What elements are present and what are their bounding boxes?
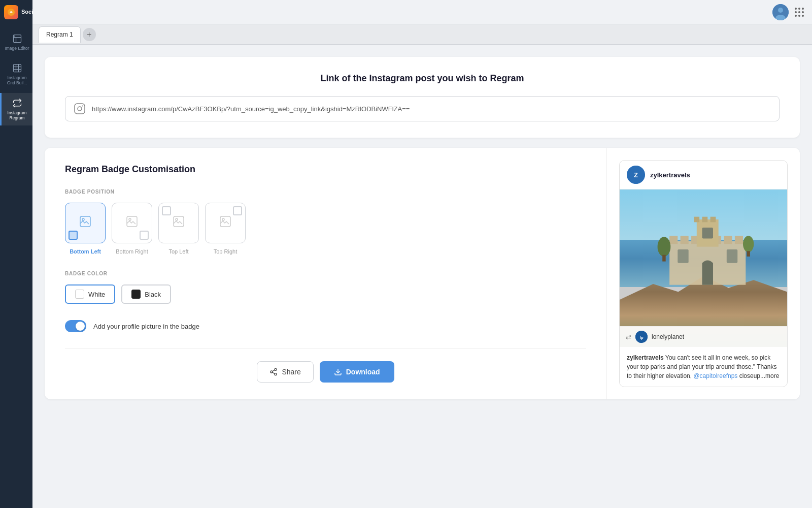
badge-indicator-tl — [162, 206, 171, 215]
svg-rect-43 — [702, 228, 713, 238]
svg-rect-31 — [669, 236, 678, 244]
sidebar-item-instagram-regram-label: Instagram Regram — [4, 110, 30, 120]
svg-line-26 — [273, 370, 275, 371]
svg-point-24 — [275, 373, 277, 375]
color-option-white[interactable]: White — [65, 284, 115, 304]
url-card: Link of the Instagram post you wish to R… — [45, 57, 800, 138]
grid-dot — [802, 11, 804, 13]
grid-dot — [795, 15, 797, 17]
svg-point-12 — [78, 107, 82, 111]
tab-add-button[interactable]: + — [83, 28, 96, 41]
black-swatch — [131, 290, 141, 299]
regram-source-name: lonelyplanet — [652, 333, 684, 340]
position-top-right[interactable]: Top Right — [205, 203, 246, 255]
badge-position-label: BADGE POSITION — [65, 189, 586, 195]
svg-point-23 — [270, 371, 273, 373]
ig-image-container: ⇄ lp lonelyplanet — [620, 189, 787, 347]
position-top-left-label: Top Left — [168, 248, 188, 255]
main-wrapper: Regram 1 + Link of the Instagram post yo… — [32, 0, 812, 508]
sidebar-item-image-editor[interactable]: Image Editor — [0, 28, 32, 56]
color-option-black[interactable]: Black — [121, 284, 171, 304]
retweet-icon: ⇄ — [626, 333, 631, 341]
image-placeholder-icon-3 — [173, 216, 184, 230]
position-box-bottom-left — [65, 203, 106, 243]
svg-point-13 — [82, 106, 83, 107]
download-button[interactable]: Download — [320, 361, 394, 383]
instagram-icon — [74, 103, 86, 115]
customisation-title: Regram Badge Customisation — [65, 164, 586, 175]
instagram-preview: Z zylkertravels — [619, 160, 788, 387]
caption-end: closeup...more — [737, 372, 779, 379]
color-white-label: White — [88, 291, 105, 298]
svg-point-19 — [176, 218, 178, 220]
share-icon — [269, 368, 278, 376]
tab-label: Regram 1 — [46, 31, 73, 38]
sidebar-nav: Image Editor Instagram Grid Buil... Inst… — [0, 24, 32, 125]
logo-icon — [4, 5, 18, 19]
badge-indicator — [69, 231, 78, 240]
profile-picture-toggle[interactable] — [65, 320, 86, 332]
svg-point-45 — [658, 237, 671, 257]
caption-username: zylkertravels — [627, 354, 664, 361]
image-placeholder-icon-4 — [220, 216, 231, 230]
position-bottom-left[interactable]: Bottom Left — [65, 203, 106, 255]
ig-mention: @capitolreefnps — [693, 372, 737, 379]
share-button[interactable]: Share — [257, 361, 313, 383]
sidebar-item-image-editor-label: Image Editor — [5, 46, 29, 51]
grid-dot — [798, 8, 800, 10]
download-icon — [334, 368, 342, 376]
castle-illustration — [653, 202, 762, 297]
svg-point-9 — [778, 8, 783, 13]
sidebar-item-instagram-grid[interactable]: Instagram Grid Buil... — [0, 58, 32, 90]
tab-regram-1[interactable]: Regram 1 — [39, 26, 81, 43]
badge-indicator-br — [140, 231, 149, 240]
svg-rect-41 — [710, 216, 716, 222]
sidebar: Social Toolkit Image Editor Instagram Gr… — [0, 0, 32, 508]
url-input-text[interactable]: https://www.instagram.com/p/CwAzBF3OKBp/… — [92, 105, 410, 113]
svg-rect-3 — [13, 65, 21, 72]
svg-rect-40 — [702, 216, 708, 222]
color-black-label: Black — [145, 291, 161, 298]
svg-point-2 — [14, 36, 15, 37]
svg-line-25 — [273, 372, 275, 374]
image-placeholder-icon-2 — [126, 216, 138, 230]
badge-color-label: BADGE COLOR — [65, 271, 586, 276]
bottom-card: Regram Badge Customisation BADGE POSITIO… — [45, 148, 800, 399]
svg-point-22 — [275, 368, 277, 370]
regram-avatar: lp — [635, 331, 648, 343]
position-box-top-right — [205, 203, 246, 243]
svg-point-17 — [129, 218, 131, 220]
position-bottom-right-label: Bottom Right — [116, 248, 148, 255]
svg-rect-48 — [747, 251, 750, 257]
sidebar-logo[interactable]: Social Toolkit — [0, 0, 32, 24]
grid-dot — [802, 15, 804, 17]
sidebar-item-instagram-regram[interactable]: Instagram Regram — [0, 93, 32, 125]
toggle-label: Add your profile picture in the badge — [93, 323, 199, 330]
grid-dot — [802, 8, 804, 10]
customisation-panel: Regram Badge Customisation BADGE POSITIO… — [45, 148, 607, 399]
app-topbar — [32, 0, 812, 24]
divider — [65, 348, 586, 349]
tab-bar: Regram 1 + — [32, 24, 812, 45]
badge-positions: Bottom Left — [65, 203, 586, 255]
ig-avatar: Z — [627, 166, 645, 184]
topbar-right — [772, 4, 804, 20]
action-row: Share Download — [65, 361, 586, 383]
svg-rect-32 — [681, 236, 689, 244]
position-top-left[interactable]: Top Left — [158, 203, 199, 255]
ig-username: zylkertravels — [650, 171, 690, 179]
ig-caption-text: zylkertravels You can't see it all in on… — [627, 353, 780, 380]
toggle-knob — [76, 322, 85, 331]
ig-caption: zylkertravels You can't see it all in on… — [620, 347, 787, 387]
svg-rect-42 — [678, 249, 688, 263]
user-avatar[interactable] — [772, 4, 789, 20]
white-swatch — [75, 290, 84, 299]
position-bottom-right[interactable]: Bottom Right — [112, 203, 152, 255]
position-box-bottom-right — [112, 203, 152, 243]
image-placeholder-icon — [80, 216, 91, 230]
badge-colors: White Black — [65, 284, 586, 304]
svg-rect-36 — [724, 236, 732, 244]
url-input-wrapper[interactable]: https://www.instagram.com/p/CwAzBF3OKBp/… — [65, 96, 780, 121]
apps-grid-icon[interactable] — [795, 8, 804, 17]
svg-rect-11 — [75, 104, 85, 114]
